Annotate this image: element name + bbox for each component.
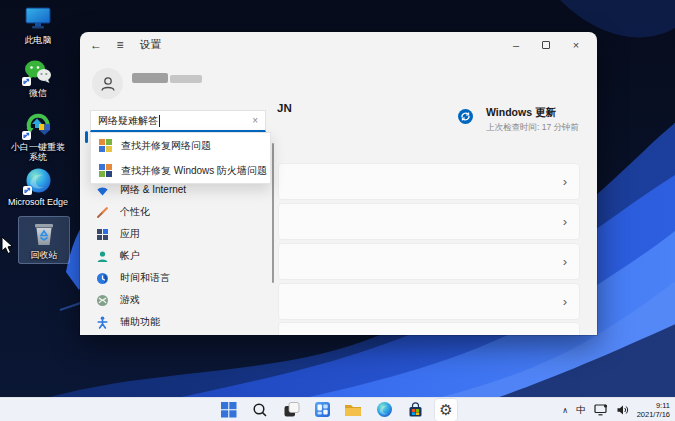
troubleshooter-icon: [99, 139, 112, 152]
person-icon: [99, 75, 117, 93]
desktop: { "colors": { "accent": "#0067c0", "task…: [0, 0, 675, 421]
back-button[interactable]: ←: [84, 32, 108, 58]
wechat-icon: [24, 57, 52, 85]
settings-taskbar-button[interactable]: ⚙: [435, 399, 457, 421]
file-explorer-button[interactable]: [342, 399, 364, 421]
clear-search-icon[interactable]: ×: [252, 115, 258, 126]
file-explorer-icon: [344, 402, 362, 418]
nav-menu-button[interactable]: ≡: [108, 32, 132, 58]
redacted-username: [170, 75, 202, 83]
desktop-icon-xiaobai[interactable]: 小白一键重装系统: [6, 111, 70, 162]
sidebar-item-accounts[interactable]: 帐户: [90, 245, 272, 267]
update-last-checked: 上次检查时间: 17 分钟前: [486, 122, 579, 134]
sidebar-item-label: 辅助功能: [120, 315, 160, 329]
sidebar-item-label: 时间和语言: [120, 271, 170, 285]
start-button[interactable]: [218, 399, 240, 421]
chevron-right-icon: ›: [563, 254, 567, 269]
shortcut-arrow-icon: [22, 131, 31, 140]
titlebar[interactable]: ← ≡ 设置 – ×: [80, 32, 597, 58]
network-icon: [96, 184, 109, 197]
task-view-button[interactable]: [280, 399, 302, 421]
sidebar-item-personalization[interactable]: 个性化: [90, 201, 272, 223]
gear-icon: ⚙: [439, 402, 452, 417]
content-scrollbar[interactable]: [272, 143, 274, 283]
time-language-icon: [96, 272, 109, 285]
task-view-icon: [283, 401, 300, 418]
chevron-right-icon: ›: [563, 174, 567, 189]
ime-indicator[interactable]: 中: [576, 404, 586, 417]
widgets-button[interactable]: [311, 399, 333, 421]
maximize-icon: [542, 41, 550, 49]
desktop-icon-recycle-bin[interactable]: 回收站: [18, 216, 70, 264]
desktop-icon-wechat[interactable]: 微信: [6, 57, 70, 98]
gaming-icon: [96, 294, 109, 307]
sidebar-item-accessibility[interactable]: 辅助功能: [90, 311, 272, 333]
update-title: Windows 更新: [486, 106, 579, 120]
settings-window: ← ≡ 设置 – × JN Windows 更新 上次检查时间: 17 分钟前: [80, 32, 597, 335]
edge-icon: [376, 401, 393, 418]
user-avatar[interactable]: [92, 68, 123, 99]
edge-icon: [25, 166, 52, 194]
accessibility-icon: [96, 316, 109, 329]
desktop-icon-label: 小白一键重装系统: [7, 142, 69, 162]
hidden-icons-chevron[interactable]: ∧: [562, 406, 568, 415]
sidebar-item-label: 网络 & Internet: [120, 183, 186, 197]
desktop-icon-this-pc[interactable]: 此电脑: [6, 4, 70, 45]
settings-search-input[interactable]: 网络疑难解答 ×: [90, 110, 266, 132]
clock[interactable]: 9:11 2021/7/16: [637, 401, 670, 419]
desktop-icon-edge[interactable]: Microsoft Edge: [6, 166, 70, 207]
widgets-icon: [314, 401, 331, 418]
search-query-text: 网络疑难解答: [98, 114, 158, 128]
menu-icon: ≡: [116, 38, 123, 52]
settings-card[interactable]: ›: [278, 163, 580, 200]
search-result-label: 查找并修复网络问题: [121, 139, 211, 153]
desktop-icon-label: 微信: [29, 88, 47, 98]
sidebar-item-label: 游戏: [120, 293, 140, 307]
settings-card[interactable]: ›: [278, 283, 580, 320]
desktop-icon-label: 回收站: [31, 250, 58, 260]
sidebar-item-apps[interactable]: 应用: [90, 223, 272, 245]
mouse-cursor: [1, 236, 14, 255]
minimize-button[interactable]: –: [501, 32, 531, 58]
sidebar-item-label: 个性化: [120, 205, 150, 219]
search-result-fix-network[interactable]: 查找并修复网络问题: [91, 133, 270, 158]
volume-tray-icon[interactable]: [616, 404, 629, 416]
tray-time: 9:11: [637, 401, 670, 410]
troubleshooter-icon: [99, 164, 112, 177]
chevron-right-icon: ›: [563, 214, 567, 229]
device-name-heading: JN: [277, 102, 292, 114]
search-results-dropdown: 查找并修复网络问题 查找并修复 Windows 防火墙问题: [90, 132, 271, 184]
search-icon: [252, 402, 268, 418]
settings-card[interactable]: ›: [278, 322, 580, 335]
windows-update-status[interactable]: Windows 更新 上次检查时间: 17 分钟前: [458, 106, 579, 134]
desktop-icon-label: Microsoft Edge: [8, 197, 68, 207]
search-result-fix-firewall[interactable]: 查找并修复 Windows 防火墙问题: [91, 158, 270, 183]
settings-card[interactable]: ›: [278, 243, 580, 280]
microsoft-store-button[interactable]: [404, 399, 426, 421]
edge-button[interactable]: [373, 399, 395, 421]
microsoft-store-icon: [407, 401, 424, 418]
sidebar-item-label: 帐户: [120, 249, 140, 263]
windows-update-icon: [458, 109, 473, 124]
sidebar-item-gaming[interactable]: 游戏: [90, 289, 272, 311]
shortcut-arrow-icon: [22, 77, 31, 86]
search-button[interactable]: [249, 399, 271, 421]
network-tray-icon[interactable]: [594, 404, 608, 416]
taskbar: ⚙ ∧ 中 9:11 2021/7/16: [0, 397, 675, 421]
accounts-icon: [96, 250, 109, 263]
shortcut-arrow-icon: [23, 186, 32, 195]
settings-card[interactable]: ›: [278, 203, 580, 240]
back-icon: ←: [90, 38, 102, 52]
personalization-icon: [96, 206, 109, 219]
sidebar-item-label: 应用: [120, 227, 140, 241]
window-title: 设置: [140, 38, 161, 52]
maximize-button[interactable]: [531, 32, 561, 58]
tray-date: 2021/7/16: [637, 410, 670, 419]
windows-logo-icon: [221, 402, 237, 418]
taskbar-icons: ⚙: [218, 399, 457, 421]
text-caret: [159, 115, 160, 127]
recycle-bin-icon: [31, 219, 57, 247]
this-pc-icon: [24, 4, 52, 32]
close-button[interactable]: ×: [561, 32, 591, 58]
sidebar-item-time-language[interactable]: 时间和语言: [90, 267, 272, 289]
